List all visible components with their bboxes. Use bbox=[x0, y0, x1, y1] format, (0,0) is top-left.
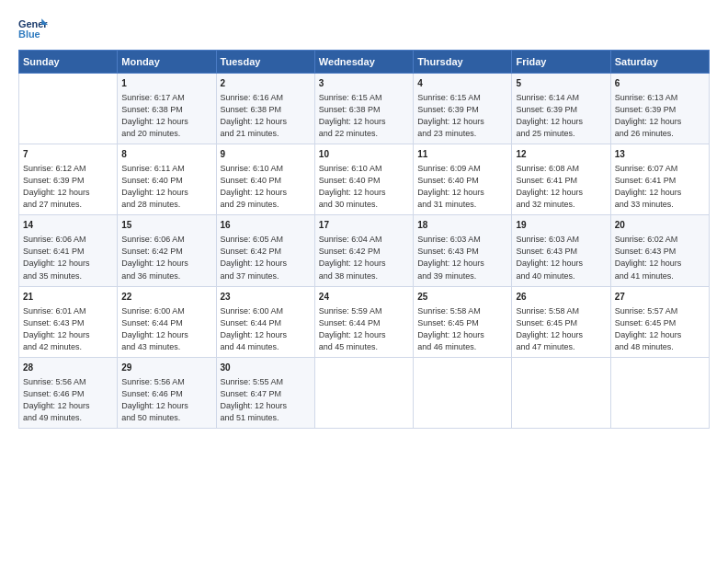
day-number: 18 bbox=[417, 219, 507, 232]
calendar-cell: 21Sunrise: 6:01 AM Sunset: 6:43 PM Dayli… bbox=[19, 286, 118, 357]
cell-info: Sunrise: 6:03 AM Sunset: 6:43 PM Dayligh… bbox=[516, 234, 606, 282]
calendar-cell: 7Sunrise: 6:12 AM Sunset: 6:39 PM Daylig… bbox=[19, 144, 118, 215]
day-number: 19 bbox=[516, 219, 606, 232]
calendar-cell: 4Sunrise: 6:15 AM Sunset: 6:39 PM Daylig… bbox=[414, 74, 512, 144]
calendar-cell: 18Sunrise: 6:03 AM Sunset: 6:43 PM Dayli… bbox=[414, 215, 512, 286]
svg-text:Blue: Blue bbox=[18, 29, 40, 40]
day-number: 13 bbox=[615, 148, 705, 161]
calendar-cell: 6Sunrise: 6:13 AM Sunset: 6:39 PM Daylig… bbox=[610, 74, 709, 144]
cell-info: Sunrise: 6:15 AM Sunset: 6:39 PM Dayligh… bbox=[417, 92, 507, 140]
calendar-cell: 24Sunrise: 5:59 AM Sunset: 6:44 PM Dayli… bbox=[314, 286, 413, 357]
cell-info: Sunrise: 5:59 AM Sunset: 6:44 PM Dayligh… bbox=[319, 305, 409, 353]
week-row-2: 7Sunrise: 6:12 AM Sunset: 6:39 PM Daylig… bbox=[19, 144, 710, 215]
calendar-cell bbox=[314, 357, 413, 428]
day-number: 22 bbox=[121, 291, 211, 304]
header: General Blue bbox=[18, 17, 710, 42]
cell-info: Sunrise: 5:55 AM Sunset: 6:47 PM Dayligh… bbox=[221, 376, 311, 424]
calendar-cell: 23Sunrise: 6:00 AM Sunset: 6:44 PM Dayli… bbox=[216, 286, 314, 357]
cell-info: Sunrise: 6:16 AM Sunset: 6:38 PM Dayligh… bbox=[221, 92, 311, 140]
calendar-cell: 27Sunrise: 5:57 AM Sunset: 6:45 PM Dayli… bbox=[610, 286, 709, 357]
cell-info: Sunrise: 6:00 AM Sunset: 6:44 PM Dayligh… bbox=[221, 305, 311, 353]
calendar-cell: 8Sunrise: 6:11 AM Sunset: 6:40 PM Daylig… bbox=[118, 144, 216, 215]
cell-info: Sunrise: 6:17 AM Sunset: 6:38 PM Dayligh… bbox=[121, 92, 211, 140]
day-number: 17 bbox=[319, 219, 409, 232]
calendar-cell: 28Sunrise: 5:56 AM Sunset: 6:46 PM Dayli… bbox=[19, 357, 118, 428]
day-number: 20 bbox=[615, 219, 705, 232]
calendar-cell: 11Sunrise: 6:09 AM Sunset: 6:40 PM Dayli… bbox=[414, 144, 512, 215]
day-number: 23 bbox=[221, 291, 311, 304]
cell-info: Sunrise: 5:58 AM Sunset: 6:45 PM Dayligh… bbox=[516, 305, 606, 353]
header-row: SundayMondayTuesdayWednesdayThursdayFrid… bbox=[19, 51, 710, 74]
day-number: 16 bbox=[221, 219, 311, 232]
cell-info: Sunrise: 6:09 AM Sunset: 6:40 PM Dayligh… bbox=[417, 163, 507, 211]
day-number: 10 bbox=[319, 148, 409, 161]
day-number: 8 bbox=[121, 148, 211, 161]
cell-info: Sunrise: 6:10 AM Sunset: 6:40 PM Dayligh… bbox=[221, 163, 311, 211]
calendar-cell: 29Sunrise: 5:56 AM Sunset: 6:46 PM Dayli… bbox=[118, 357, 216, 428]
calendar-cell: 15Sunrise: 6:06 AM Sunset: 6:42 PM Dayli… bbox=[118, 215, 216, 286]
day-number: 26 bbox=[516, 291, 606, 304]
logo: General Blue bbox=[18, 17, 48, 42]
cell-info: Sunrise: 6:04 AM Sunset: 6:42 PM Dayligh… bbox=[319, 234, 409, 282]
cell-info: Sunrise: 5:56 AM Sunset: 6:46 PM Dayligh… bbox=[23, 376, 113, 424]
calendar-cell bbox=[19, 74, 118, 144]
week-row-5: 28Sunrise: 5:56 AM Sunset: 6:46 PM Dayli… bbox=[19, 357, 710, 428]
day-number: 27 bbox=[615, 291, 705, 304]
cell-info: Sunrise: 6:01 AM Sunset: 6:43 PM Dayligh… bbox=[23, 305, 113, 353]
calendar-cell: 5Sunrise: 6:14 AM Sunset: 6:39 PM Daylig… bbox=[512, 74, 610, 144]
cell-info: Sunrise: 6:06 AM Sunset: 6:41 PM Dayligh… bbox=[23, 234, 113, 282]
calendar-cell: 25Sunrise: 5:58 AM Sunset: 6:45 PM Dayli… bbox=[414, 286, 512, 357]
cell-info: Sunrise: 6:06 AM Sunset: 6:42 PM Dayligh… bbox=[121, 234, 211, 282]
calendar-cell: 30Sunrise: 5:55 AM Sunset: 6:47 PM Dayli… bbox=[216, 357, 314, 428]
day-number: 2 bbox=[221, 77, 311, 90]
cell-info: Sunrise: 6:11 AM Sunset: 6:40 PM Dayligh… bbox=[121, 163, 211, 211]
calendar-cell: 10Sunrise: 6:10 AM Sunset: 6:40 PM Dayli… bbox=[314, 144, 413, 215]
day-number: 4 bbox=[417, 77, 507, 90]
cell-info: Sunrise: 6:12 AM Sunset: 6:39 PM Dayligh… bbox=[23, 163, 113, 211]
day-number: 6 bbox=[615, 77, 705, 90]
calendar-cell: 14Sunrise: 6:06 AM Sunset: 6:41 PM Dayli… bbox=[19, 215, 118, 286]
calendar-cell: 20Sunrise: 6:02 AM Sunset: 6:43 PM Dayli… bbox=[610, 215, 709, 286]
day-number: 9 bbox=[221, 148, 311, 161]
day-number: 11 bbox=[417, 148, 507, 161]
cell-info: Sunrise: 6:10 AM Sunset: 6:40 PM Dayligh… bbox=[319, 163, 409, 211]
weekday-header-thursday: Thursday bbox=[414, 51, 512, 74]
day-number: 14 bbox=[23, 219, 113, 232]
calendar-cell bbox=[512, 357, 610, 428]
cell-info: Sunrise: 6:02 AM Sunset: 6:43 PM Dayligh… bbox=[615, 234, 705, 282]
calendar-cell: 2Sunrise: 6:16 AM Sunset: 6:38 PM Daylig… bbox=[216, 74, 314, 144]
day-number: 21 bbox=[23, 291, 113, 304]
day-number: 3 bbox=[319, 77, 409, 90]
calendar-table: SundayMondayTuesdayWednesdayThursdayFrid… bbox=[18, 50, 710, 429]
cell-info: Sunrise: 6:07 AM Sunset: 6:41 PM Dayligh… bbox=[615, 163, 705, 211]
weekday-header-monday: Monday bbox=[118, 51, 216, 74]
day-number: 24 bbox=[319, 291, 409, 304]
day-number: 28 bbox=[23, 362, 113, 374]
day-number: 15 bbox=[121, 219, 211, 232]
weekday-header-sunday: Sunday bbox=[19, 51, 118, 74]
cell-info: Sunrise: 5:57 AM Sunset: 6:45 PM Dayligh… bbox=[615, 305, 705, 353]
week-row-3: 14Sunrise: 6:06 AM Sunset: 6:41 PM Dayli… bbox=[19, 215, 710, 286]
week-row-4: 21Sunrise: 6:01 AM Sunset: 6:43 PM Dayli… bbox=[19, 286, 710, 357]
calendar-cell: 19Sunrise: 6:03 AM Sunset: 6:43 PM Dayli… bbox=[512, 215, 610, 286]
cell-info: Sunrise: 6:08 AM Sunset: 6:41 PM Dayligh… bbox=[516, 163, 606, 211]
cell-info: Sunrise: 6:15 AM Sunset: 6:38 PM Dayligh… bbox=[319, 92, 409, 140]
day-number: 30 bbox=[221, 362, 311, 374]
week-row-1: 1Sunrise: 6:17 AM Sunset: 6:38 PM Daylig… bbox=[19, 74, 710, 144]
cell-info: Sunrise: 6:05 AM Sunset: 6:42 PM Dayligh… bbox=[221, 234, 311, 282]
weekday-header-saturday: Saturday bbox=[610, 51, 709, 74]
day-number: 1 bbox=[121, 77, 211, 90]
calendar-cell: 12Sunrise: 6:08 AM Sunset: 6:41 PM Dayli… bbox=[512, 144, 610, 215]
cell-info: Sunrise: 6:03 AM Sunset: 6:43 PM Dayligh… bbox=[417, 234, 507, 282]
day-number: 5 bbox=[516, 77, 606, 90]
weekday-header-friday: Friday bbox=[512, 51, 610, 74]
cell-info: Sunrise: 6:14 AM Sunset: 6:39 PM Dayligh… bbox=[516, 92, 606, 140]
calendar-cell bbox=[414, 357, 512, 428]
calendar-cell: 26Sunrise: 5:58 AM Sunset: 6:45 PM Dayli… bbox=[512, 286, 610, 357]
calendar-cell: 17Sunrise: 6:04 AM Sunset: 6:42 PM Dayli… bbox=[314, 215, 413, 286]
calendar-cell: 16Sunrise: 6:05 AM Sunset: 6:42 PM Dayli… bbox=[216, 215, 314, 286]
cell-info: Sunrise: 6:00 AM Sunset: 6:44 PM Dayligh… bbox=[121, 305, 211, 353]
day-number: 7 bbox=[23, 148, 113, 161]
generalblue-logo-icon: General Blue bbox=[18, 17, 48, 42]
weekday-header-wednesday: Wednesday bbox=[314, 51, 413, 74]
